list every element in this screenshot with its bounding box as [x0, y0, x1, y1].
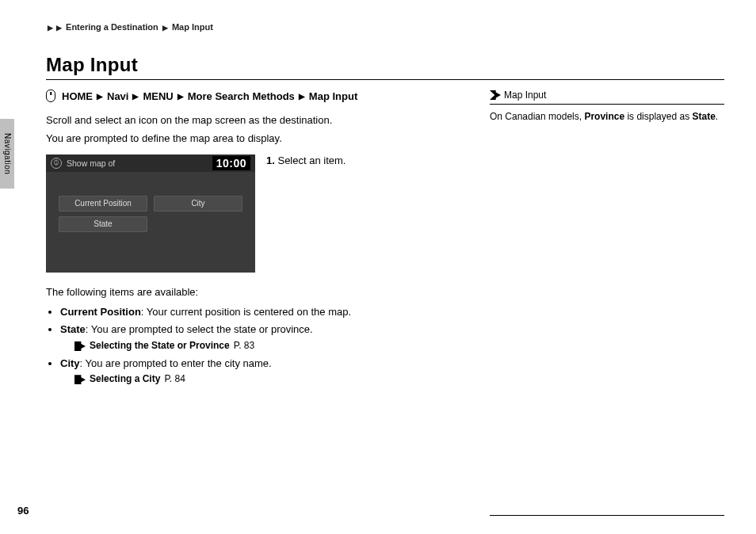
triangle-icon: ▶ — [56, 24, 62, 32]
note-title: Map Input — [504, 90, 546, 101]
note-bold: Province — [584, 111, 624, 122]
triangle-icon: ▶ — [162, 24, 168, 32]
breadcrumb-item: Entering a Destination — [66, 22, 158, 32]
crossref: Selecting a City P. 84 — [74, 372, 458, 386]
crossref-text: Selecting a City — [90, 372, 160, 386]
nav-path: HOME ▶ Navi ▶ MENU ▶ More Search Methods… — [46, 90, 458, 102]
nav-path-item: HOME — [62, 90, 93, 102]
nav-path-item: More Search Methods — [188, 90, 295, 102]
triangle-icon: ▶ — [48, 24, 53, 32]
step-text: 1. Select an item. — [266, 154, 346, 273]
mouse-icon — [46, 90, 55, 102]
note-icon — [490, 90, 501, 100]
item-text: : You are prompted to enter the city nam… — [80, 357, 272, 369]
triangle-icon: ▶ — [132, 92, 139, 101]
crossref-icon — [74, 375, 86, 384]
note-text: . — [716, 111, 718, 122]
note-text: is displayed as — [624, 111, 692, 122]
screenshot-button-state: State — [59, 216, 147, 232]
breadcrumb: ▶▶ Entering a Destination ▶ Map Input — [46, 22, 724, 32]
nav-path-item: MENU — [143, 90, 173, 102]
triangle-icon: ▶ — [97, 92, 103, 101]
crossref-page: P. 83 — [234, 339, 254, 353]
note-bold: State — [693, 111, 716, 122]
intro-text: You are prompted to define the map area … — [46, 132, 458, 147]
triangle-icon: ▶ — [178, 92, 184, 101]
intro-text: Scroll and select an icon on the map scr… — [46, 113, 458, 128]
page-number: 96 — [17, 505, 29, 517]
sidebar-column: Map Input On Canadian models, Province i… — [490, 90, 724, 516]
item-label: Current Position — [60, 306, 141, 318]
nav-path-item: Navi — [107, 90, 128, 102]
voice-icon: ⏀ — [51, 158, 62, 169]
crossref-icon — [74, 341, 86, 351]
crossref: Selecting the State or Province P. 83 — [74, 339, 458, 353]
list-item: Current Position: Your current position … — [60, 305, 458, 320]
nav-path-item: Map Input — [309, 90, 357, 102]
item-label: City — [60, 357, 80, 369]
triangle-icon: ▶ — [299, 92, 305, 101]
screenshot-button-city: City — [154, 196, 242, 212]
crossref-page: P. 84 — [164, 372, 185, 386]
item-label: State — [60, 323, 86, 335]
available-header: The following items are available: — [46, 285, 458, 300]
item-text: : You are prompted to select the state o… — [86, 323, 313, 335]
screenshot-clock: 10:00 — [212, 156, 250, 170]
screenshot-button-current-position: Current Position — [59, 196, 147, 212]
step-number: 1. — [266, 154, 275, 166]
main-column: HOME ▶ Navi ▶ MENU ▶ More Search Methods… — [46, 90, 458, 516]
note-text: On Canadian models, — [490, 111, 584, 122]
page-title: Map Input — [46, 54, 724, 80]
list-item: State: You are prompted to select the st… — [60, 322, 458, 353]
list-item: City: You are prompted to enter the city… — [60, 357, 458, 387]
breadcrumb-item: Map Input — [172, 22, 213, 32]
screenshot-title: Show map of — [67, 158, 115, 168]
item-text: : Your current position is centered on t… — [141, 306, 351, 318]
step-label: Select an item. — [275, 154, 346, 166]
crossref-text: Selecting the State or Province — [90, 339, 230, 353]
device-screenshot: ⏀ Show map of 10:00 Current Position Cit… — [46, 154, 255, 273]
note-body: On Canadian models, Province is displaye… — [490, 104, 724, 124]
